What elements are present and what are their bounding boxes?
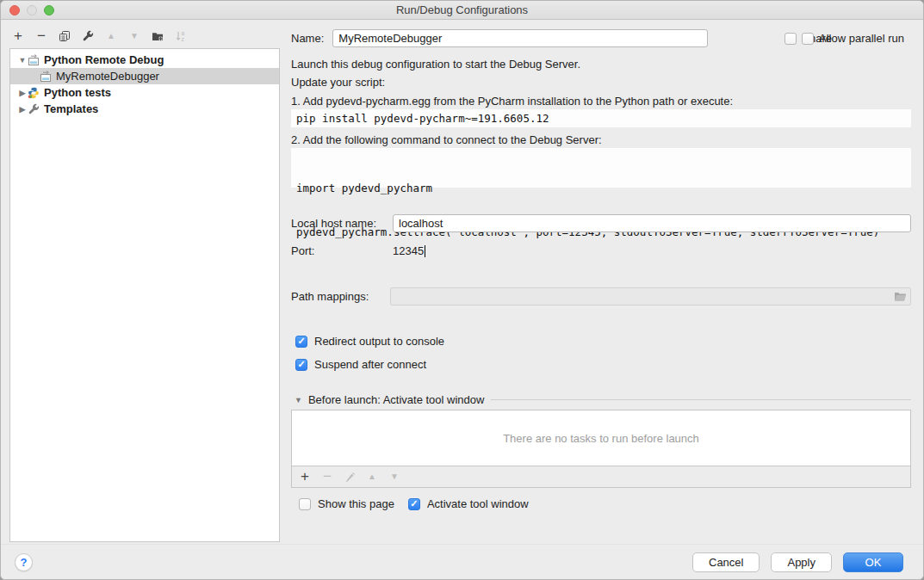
section-divider	[491, 399, 911, 400]
show-this-page-checkbox[interactable]	[299, 498, 311, 510]
zoom-button[interactable]	[44, 5, 54, 15]
redirect-output-row[interactable]: Redirect output to console	[291, 335, 911, 348]
action-buttons: Cancel Apply OK	[692, 552, 903, 572]
move-down-icon[interactable]: ▼	[128, 30, 140, 42]
settrace-code-line-1: import pydevd_pycharm	[296, 181, 906, 195]
sort-configurations-icon[interactable]: az	[175, 30, 187, 42]
close-button[interactable]	[9, 5, 20, 15]
svg-text:z: z	[182, 36, 184, 42]
task-toolbar: + − ▲ ▼	[291, 466, 911, 488]
instruction-step-2: 2. Add the following command to connect …	[291, 133, 602, 146]
tree-item-python-remote-debug[interactable]: ▼ Python Remote Debug	[10, 52, 279, 68]
add-task-icon[interactable]: +	[299, 471, 311, 483]
tree-item-myremotedebugger[interactable]: MyRemoteDebugger	[10, 68, 279, 84]
share-checkbox[interactable]	[784, 33, 797, 45]
traffic-lights	[9, 5, 54, 15]
dialog-footer: ? Cancel Apply OK	[1, 544, 924, 580]
cancel-button[interactable]: Cancel	[692, 552, 760, 572]
help-question-icon: ?	[21, 556, 28, 569]
redirect-output-label: Redirect output to console	[314, 335, 444, 348]
local-host-label: Local host name:	[291, 217, 376, 230]
remove-configuration-icon[interactable]: −	[35, 30, 47, 42]
window-title: Run/Debug Configurations	[396, 3, 528, 16]
empty-tasks-message: There are no tasks to run before launch	[503, 432, 699, 445]
suspend-after-connect-checkbox[interactable]	[295, 359, 307, 371]
tree-item-label: Python tests	[44, 86, 111, 99]
tree-item-templates[interactable]: ▶ Templates	[10, 101, 279, 117]
local-host-input[interactable]	[393, 214, 911, 232]
edit-task-pencil-icon[interactable]	[344, 471, 356, 483]
instruction-line-1: Launch this debug configuration to start…	[291, 58, 580, 71]
allow-parallel-run-label: Allow parallel run	[819, 32, 904, 45]
before-launch-header[interactable]: ▼ Before launch: Activate tool window	[291, 393, 911, 406]
path-mappings-field[interactable]	[390, 287, 911, 305]
run-debug-configurations-dialog: Run/Debug Configurations + − ▲ ▼ az	[0, 0, 924, 580]
port-label: Port:	[291, 244, 314, 257]
suspend-after-connect-label: Suspend after connect	[314, 358, 426, 371]
name-label: Name:	[291, 32, 324, 45]
footer-options-row: Show this page Activate tool window	[291, 497, 911, 510]
configurations-sidebar: + − ▲ ▼ az ▼	[1, 20, 291, 580]
remote-debug-icon	[28, 54, 40, 66]
browse-folder-icon[interactable]	[894, 291, 907, 302]
activate-tool-window-checkbox[interactable]	[408, 498, 420, 510]
text-cursor	[425, 245, 425, 257]
path-mappings-row: Path mappings:	[291, 290, 911, 303]
copy-configuration-icon[interactable]	[59, 30, 71, 42]
before-launch-title: Before launch: Activate tool window	[308, 393, 485, 406]
collapse-section-icon[interactable]: ▼	[295, 396, 302, 404]
templates-wrench-icon	[28, 103, 40, 115]
tree-item-label: MyRemoteDebugger	[56, 70, 159, 83]
apply-button[interactable]: Apply	[771, 552, 832, 572]
move-up-icon[interactable]: ▲	[105, 30, 117, 42]
ok-button[interactable]: OK	[843, 552, 903, 572]
configurations-tree: ▼ Python Remote Debug MyRemoteDebugger ▶	[9, 48, 280, 542]
tree-item-label: Python Remote Debug	[44, 53, 164, 66]
sidebar-toolbar: + − ▲ ▼ az	[12, 30, 187, 42]
before-launch-tasks: There are no tasks to run before launch …	[291, 410, 911, 488]
allow-parallel-run-checkbox[interactable]	[802, 33, 814, 45]
task-list: There are no tasks to run before launch	[291, 410, 911, 466]
path-mappings-label: Path mappings:	[291, 290, 369, 303]
instruction-line-2: Update your script:	[291, 76, 385, 89]
activate-tool-window-label: Activate tool window	[427, 497, 529, 510]
local-host-row: Local host name:	[291, 217, 911, 230]
help-button[interactable]: ?	[15, 553, 33, 571]
suspend-after-connect-row[interactable]: Suspend after connect	[291, 358, 911, 371]
port-input[interactable]: 12345	[393, 244, 911, 257]
chevron-collapsed-icon[interactable]: ▶	[17, 89, 28, 97]
move-task-down-icon[interactable]: ▼	[388, 471, 400, 483]
port-row: Port: 12345	[291, 244, 911, 257]
name-row: Name: Share Allow parallel run	[291, 29, 911, 47]
dialog-content: + − ▲ ▼ az ▼	[1, 20, 924, 580]
tree-item-python-tests[interactable]: ▶ Python tests	[10, 84, 279, 101]
minimize-button[interactable]	[27, 5, 37, 15]
redirect-output-checkbox[interactable]	[295, 336, 307, 348]
title-bar: Run/Debug Configurations	[1, 1, 923, 20]
instruction-step-1: 1. Add pydevd-pycharm.egg from the PyCha…	[291, 95, 733, 108]
chevron-collapsed-icon[interactable]: ▶	[17, 105, 28, 114]
pip-install-code: pip install pydevd-pycharm~=191.6605.12	[291, 109, 911, 127]
chevron-expanded-icon[interactable]: ▼	[17, 56, 28, 65]
name-input[interactable]	[332, 29, 708, 47]
remote-debug-icon	[40, 71, 52, 83]
new-folder-icon[interactable]	[152, 30, 164, 42]
add-configuration-icon[interactable]: +	[12, 30, 24, 42]
python-tests-icon	[28, 87, 40, 99]
remove-task-icon[interactable]: −	[321, 471, 333, 483]
settrace-code: import pydevd_pycharm pydevd_pycharm.set…	[291, 148, 911, 188]
move-task-up-icon[interactable]: ▲	[366, 471, 378, 483]
show-this-page-label: Show this page	[318, 497, 394, 510]
configuration-form: Name: Share Allow parallel run Launch th…	[291, 20, 911, 580]
tree-item-label: Templates	[44, 102, 98, 115]
edit-templates-wrench-icon[interactable]	[82, 30, 94, 42]
